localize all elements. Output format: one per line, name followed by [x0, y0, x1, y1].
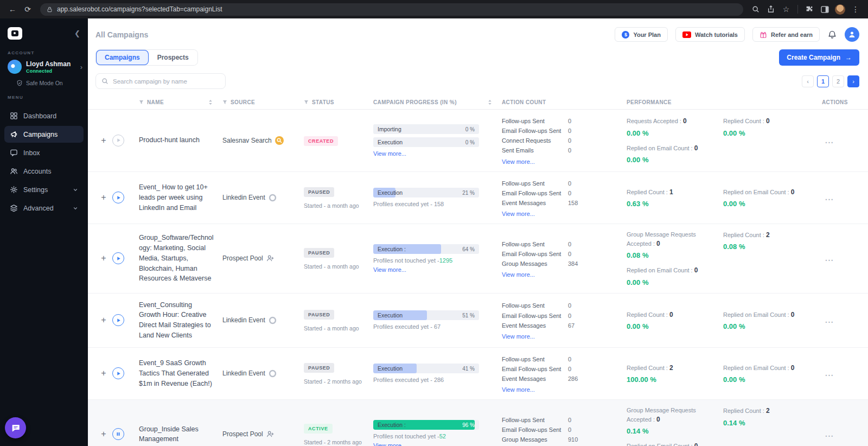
- sidebar-item-dashboard[interactable]: Dashboard: [4, 107, 84, 124]
- action-count-cell: Follow-ups Sent0Email Follow-ups Sent0Ev…: [502, 354, 627, 393]
- table-row: +Group_Software/Technology: Marketing, S…: [88, 224, 868, 294]
- expand-row-button[interactable]: +: [100, 136, 107, 145]
- browser-menu-icon[interactable]: ⋮: [848, 3, 863, 16]
- view-more-link[interactable]: View more...: [502, 271, 535, 278]
- tab-prospects[interactable]: Prospects: [149, 50, 197, 65]
- sidebar-item-inbox[interactable]: Inbox: [4, 144, 84, 161]
- actions-cell: ...: [822, 315, 861, 326]
- campaign-name[interactable]: Event_Consulting Growth Hour: Creative D…: [139, 300, 222, 341]
- side-panel-icon[interactable]: [818, 3, 832, 16]
- campaign-name[interactable]: Group_Software/Technology: Marketing, So…: [139, 233, 222, 284]
- action-count-line: Follow-ups Sent0: [502, 116, 621, 126]
- sidebar-item-advanced[interactable]: Advanced: [4, 200, 84, 216]
- expand-row-button[interactable]: +: [100, 430, 107, 438]
- performance-metric: Replied on Email Count : 00.00 %: [627, 144, 723, 164]
- zoom-icon[interactable]: [749, 3, 763, 16]
- browser-profile-avatar[interactable]: [835, 4, 845, 15]
- campaign-name[interactable]: Group_Inside Sales Management: [139, 424, 222, 445]
- campaign-progress-cell: Execution51 %Profiles executed yet - 67: [373, 310, 502, 330]
- refer-and-earn-button[interactable]: Refer and earn: [752, 27, 820, 42]
- view-more-link[interactable]: View more...: [502, 386, 535, 393]
- notifications-bell-icon[interactable]: [827, 30, 837, 40]
- pagination-page-2[interactable]: 2: [832, 75, 844, 87]
- your-plan-button[interactable]: $ Your Plan: [615, 27, 668, 42]
- campaign-name[interactable]: Event_9 SaaS Growth Tactics That Generat…: [139, 358, 222, 388]
- expand-row-button[interactable]: +: [100, 369, 107, 378]
- search-input[interactable]: [113, 78, 220, 85]
- campaign-name[interactable]: Event_ How to get 10+ leads per week usi…: [139, 182, 222, 213]
- filter-icon[interactable]: [222, 100, 227, 105]
- campaign-source: Linkedin Event: [222, 194, 304, 202]
- filter-icon[interactable]: [304, 100, 309, 105]
- sort-icon[interactable]: [488, 99, 492, 105]
- sidebar: ❮ ACCOUNT Lloyd Ashman Connected › Safe …: [0, 18, 88, 446]
- row-actions-button[interactable]: ...: [822, 253, 837, 264]
- sidebar-item-campaigns[interactable]: Campaigns: [4, 126, 84, 143]
- browser-reload-button[interactable]: ⟳: [21, 3, 35, 16]
- table-row: +Event_9 SaaS Growth Tactics That Genera…: [88, 348, 868, 400]
- column-header-actions: ACTIONS: [822, 99, 848, 105]
- play-campaign-button[interactable]: [112, 252, 124, 264]
- expand-row-button[interactable]: +: [100, 316, 107, 324]
- extensions-puzzle-icon[interactable]: [802, 3, 816, 16]
- actions-cell: ...: [822, 429, 861, 439]
- campaign-status-cell: ACTIVEStarted - 2 months ago: [304, 423, 373, 445]
- view-more-link[interactable]: View more...: [502, 158, 535, 165]
- row-actions-button[interactable]: ...: [822, 135, 837, 146]
- row-actions-button[interactable]: ...: [822, 429, 837, 439]
- progress-note: Profiles not touched yet -1295: [373, 257, 502, 264]
- row-actions-button[interactable]: ...: [822, 368, 837, 379]
- view-more-link[interactable]: View more...: [373, 442, 406, 446]
- settings-icon: [10, 186, 18, 194]
- pagination-prev-button[interactable]: ‹: [802, 75, 814, 87]
- campaign-name[interactable]: Product-hunt launch: [139, 135, 222, 145]
- user-avatar[interactable]: [845, 27, 859, 42]
- expand-row-button[interactable]: +: [100, 254, 107, 263]
- account-card[interactable]: Lloyd Ashman Connected ›: [0, 59, 88, 75]
- status-badge: PAUSED: [304, 248, 334, 258]
- bookmark-star-icon[interactable]: ☆: [779, 3, 793, 16]
- campaign-search: [95, 73, 226, 89]
- browser-back-button[interactable]: ←: [5, 3, 20, 16]
- actions-cell: ...: [822, 135, 861, 146]
- action-count-line: Email Follow-ups Sent0: [502, 249, 621, 259]
- row-actions-button[interactable]: ...: [822, 315, 837, 326]
- address-bar[interactable]: app.salesrobot.co/campaigns?selectedTab=…: [40, 3, 743, 16]
- play-campaign-button[interactable]: [112, 367, 124, 379]
- view-more-link[interactable]: View more...: [502, 211, 535, 217]
- progress-bar-label: Execution :: [378, 246, 406, 252]
- performance-metric: Replied Count : 2100.00 %: [627, 364, 723, 384]
- create-campaign-button[interactable]: Create Campaign →: [779, 49, 859, 66]
- browser-chrome: ← ⟳ app.salesrobot.co/campaigns?selected…: [0, 0, 868, 18]
- filter-icon[interactable]: [139, 100, 144, 105]
- play-campaign-button[interactable]: [112, 192, 124, 203]
- view-more-link[interactable]: View more...: [373, 266, 406, 273]
- expand-row-button[interactable]: +: [100, 193, 107, 202]
- pagination-next-button[interactable]: ›: [847, 75, 859, 87]
- campaign-status-cell: PAUSEDStarted - a month ago: [304, 186, 373, 209]
- pause-campaign-button[interactable]: [112, 428, 124, 440]
- performance-metric: Replied on Email Count : 00.00 %: [627, 266, 723, 286]
- linkedin-event-icon: [269, 369, 277, 378]
- campaigns-icon: [10, 130, 18, 138]
- action-count-line: Event Messages67: [502, 321, 621, 330]
- performance-cell: Replied Count : 2100.00 %Replied on Emai…: [627, 364, 822, 384]
- table-row: +Product-hunt launchSalesnav SearchCREAT…: [88, 110, 868, 172]
- chat-widget-button[interactable]: [5, 417, 26, 438]
- tab-campaigns[interactable]: Campaigns: [96, 50, 149, 65]
- sidebar-item-accounts[interactable]: Accounts: [4, 163, 84, 180]
- view-more-link[interactable]: View more...: [373, 150, 406, 157]
- play-campaign-button[interactable]: [112, 314, 124, 326]
- row-actions-button[interactable]: ...: [822, 192, 837, 203]
- share-icon[interactable]: [764, 3, 778, 16]
- watch-tutorials-button[interactable]: Watch tutorials: [675, 27, 745, 42]
- sidebar-collapse-icon[interactable]: ❮: [74, 29, 80, 37]
- campaign-status-cell: PAUSEDStarted - a month ago: [304, 247, 373, 270]
- performance-cell: Replied Count : 00.00 %Replied on Email …: [627, 310, 822, 330]
- play-campaign-button[interactable]: [112, 135, 124, 146]
- chevron-right-icon[interactable]: ›: [80, 63, 82, 71]
- view-more-link[interactable]: View more...: [502, 333, 535, 340]
- sort-icon[interactable]: [208, 99, 213, 105]
- sidebar-item-settings[interactable]: Settings: [4, 181, 84, 198]
- pagination-page-1[interactable]: 1: [817, 75, 829, 87]
